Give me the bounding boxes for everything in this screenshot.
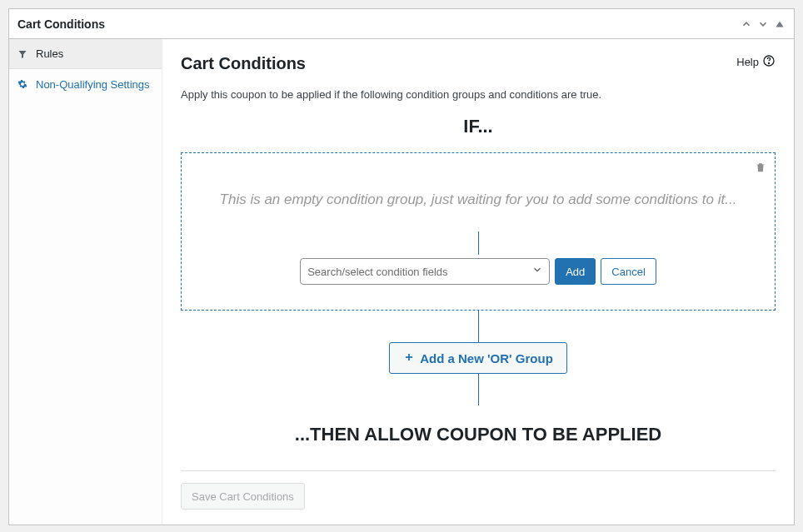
main-content: Cart Conditions Help Apply this coupon t…: [162, 39, 794, 525]
connector-line: [478, 311, 479, 342]
condition-field-select[interactable]: Search/select condition fields: [300, 258, 550, 285]
gear-icon: [17, 79, 29, 89]
trash-icon[interactable]: [755, 162, 766, 176]
sidebar: Rules Non-Qualifying Settings: [9, 39, 162, 525]
help-label: Help: [736, 56, 759, 68]
help-link[interactable]: Help: [736, 54, 776, 70]
page-title: Cart Conditions: [181, 54, 306, 73]
panel-header: Cart Conditions: [9, 9, 794, 39]
or-group-section: Add a New 'OR' Group: [181, 342, 776, 374]
svg-marker-1: [19, 51, 27, 58]
cart-conditions-panel: Cart Conditions Rules: [8, 8, 795, 525]
sidebar-item-non-qualifying-settings[interactable]: Non-Qualifying Settings: [9, 69, 162, 101]
svg-marker-0: [776, 21, 783, 27]
add-condition-button[interactable]: Add: [555, 258, 596, 285]
empty-condition-message: This is an empty condition group, just w…: [193, 191, 763, 208]
collapse-down-icon[interactable]: [757, 18, 769, 30]
condition-select-wrap: Search/select condition fields: [300, 258, 550, 285]
help-icon: [762, 54, 776, 70]
panel-body: Rules Non-Qualifying Settings Cart Condi…: [9, 39, 794, 525]
save-button-label: Save Cart Conditions: [192, 490, 294, 503]
save-cart-conditions-button[interactable]: Save Cart Conditions: [181, 483, 305, 510]
panel-header-controls: [741, 18, 786, 30]
cancel-condition-button[interactable]: Cancel: [601, 258, 656, 285]
sidebar-item-label: Non-Qualifying Settings: [36, 77, 150, 92]
cancel-button-label: Cancel: [611, 266, 645, 278]
sidebar-item-label: Rules: [36, 47, 63, 60]
main-header: Cart Conditions Help: [181, 54, 776, 77]
filter-icon: [17, 49, 29, 59]
condition-controls: Search/select condition fields Add Cance…: [193, 258, 763, 285]
collapse-up-icon[interactable]: [741, 18, 752, 30]
then-heading: ...THEN ALLOW COUPON TO BE APPLIED: [181, 424, 776, 445]
connector-line: [478, 231, 479, 255]
panel-title: Cart Conditions: [17, 17, 105, 31]
toggle-up-icon[interactable]: [774, 18, 786, 30]
svg-point-3: [768, 62, 769, 63]
save-bar: Save Cart Conditions: [181, 470, 776, 510]
condition-group: This is an empty condition group, just w…: [181, 152, 776, 311]
plus-icon: [403, 351, 415, 365]
add-or-group-button[interactable]: Add a New 'OR' Group: [389, 342, 567, 374]
add-button-label: Add: [566, 266, 585, 278]
if-heading: IF...: [181, 116, 776, 137]
description-text: Apply this coupon to be applied if the f…: [181, 88, 776, 101]
connector-line: [478, 374, 479, 405]
sidebar-item-rules[interactable]: Rules: [9, 39, 162, 69]
add-or-group-label: Add a New 'OR' Group: [420, 351, 553, 365]
